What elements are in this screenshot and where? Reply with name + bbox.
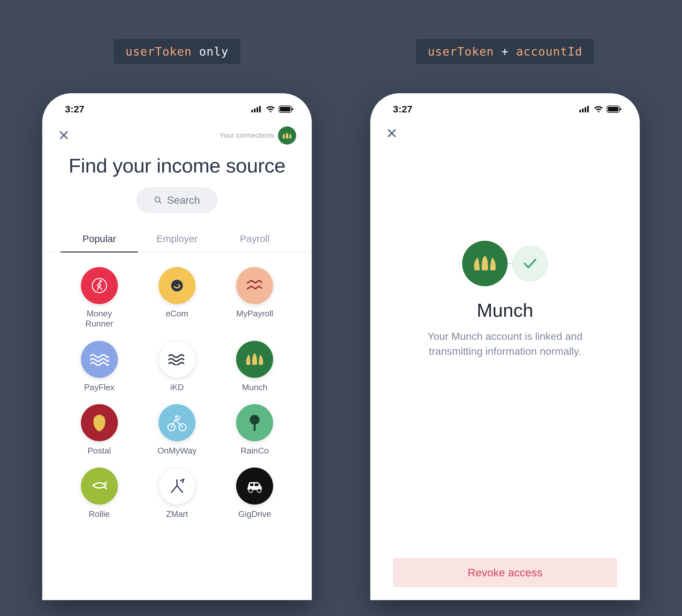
status-time: 3:27 (65, 104, 85, 115)
svg-rect-5 (280, 107, 290, 111)
status-time: 3:27 (393, 104, 412, 115)
linked-icons (462, 241, 548, 286)
svg-line-8 (159, 201, 162, 203)
svg-rect-0 (251, 110, 253, 112)
svg-point-15 (250, 415, 259, 425)
search-placeholder: Search (167, 194, 200, 206)
tab-employer[interactable]: Employer (138, 226, 215, 252)
close-icon[interactable]: ✕ (58, 128, 70, 142)
label-suffix: only (191, 45, 228, 58)
battery-icon (607, 106, 621, 113)
source-label: PayFlex (84, 382, 115, 393)
source-label: Munch (242, 382, 267, 393)
munch-badge-icon (278, 126, 296, 145)
status-bar: 3:27 (42, 93, 312, 119)
ecom-icon (158, 267, 196, 304)
svg-point-14 (175, 415, 178, 418)
wifi-icon (266, 106, 275, 113)
token-text: userToken (126, 45, 191, 58)
source-payflex[interactable]: PayFlex (61, 341, 138, 393)
phone-frame-left: 3:27 ✕ Your connections (42, 93, 312, 600)
source-label: OnMyWay (158, 446, 197, 456)
linked-description: Your Munch account is linked and transmi… (404, 329, 606, 359)
page-title: Find your income source (42, 147, 312, 187)
payflex-icon (81, 341, 118, 378)
status-bar: 3:27 (370, 93, 640, 119)
connections-label: Your connections (220, 131, 274, 140)
svg-rect-1 (254, 109, 256, 112)
revoke-access-button[interactable]: Revoke access (393, 558, 617, 587)
ikd-icon (158, 341, 196, 378)
onmyway-icon (158, 404, 196, 441)
source-mypayroll[interactable]: MyPayroll (216, 267, 294, 329)
source-grid: Money Runner eCom MyPayroll (42, 253, 312, 519)
gigdrive-icon (236, 467, 273, 505)
battery-icon (279, 106, 294, 113)
svg-rect-19 (250, 483, 253, 486)
status-icons (579, 106, 621, 113)
postal-icon (81, 404, 118, 441)
plus-text: + (494, 45, 516, 58)
account-text: accountId (516, 45, 582, 58)
mypayroll-icon (236, 267, 273, 304)
source-money-runner[interactable]: Money Runner (61, 267, 138, 329)
source-munch[interactable]: Munch (216, 341, 294, 393)
svg-point-9 (92, 279, 107, 293)
source-onmyway[interactable]: OnMyWay (138, 404, 215, 456)
close-icon[interactable]: ✕ (386, 126, 398, 141)
status-icons (251, 106, 294, 113)
svg-point-11 (171, 280, 183, 291)
linked-title: Munch (477, 299, 533, 321)
svg-rect-27 (620, 108, 621, 110)
search-input[interactable]: Search (136, 187, 218, 213)
source-label: eCom (166, 309, 188, 319)
source-postal[interactable]: Postal (61, 404, 138, 456)
token-text: userToken (428, 45, 494, 58)
zmart-icon (158, 467, 196, 505)
search-icon (154, 196, 162, 204)
svg-rect-20 (255, 483, 258, 486)
your-connections-link[interactable]: Your connections (220, 126, 296, 145)
source-label: Rollie (89, 509, 110, 519)
cellular-icon (579, 106, 590, 112)
source-ecom[interactable]: eCom (138, 267, 215, 329)
source-label: GigDrive (238, 509, 271, 519)
source-rainco[interactable]: RainCo (216, 404, 294, 456)
source-gigdrive[interactable]: GigDrive (216, 467, 294, 519)
runner-icon (81, 267, 118, 304)
svg-rect-24 (587, 106, 589, 112)
source-label: ZMart (166, 509, 188, 519)
svg-point-17 (249, 489, 253, 492)
munch-icon (236, 341, 273, 378)
svg-rect-6 (292, 108, 293, 110)
source-label: Postal (88, 446, 111, 456)
source-ikd[interactable]: iKD (138, 341, 215, 393)
source-label: RainCo (241, 446, 269, 456)
rollie-icon (81, 467, 118, 505)
tabs: Popular Employer Payroll (42, 226, 312, 253)
tab-popular[interactable]: Popular (61, 226, 138, 252)
svg-rect-26 (608, 107, 618, 111)
svg-point-10 (99, 280, 101, 283)
munch-badge-icon (462, 241, 507, 286)
wifi-icon (594, 106, 604, 113)
svg-rect-16 (254, 424, 256, 431)
source-label: Money Runner (75, 309, 124, 329)
phone-frame-right: 3:27 ✕ (370, 93, 640, 600)
source-label: MyPayroll (236, 309, 273, 319)
source-zmart[interactable]: ZMart (138, 467, 215, 519)
svg-rect-21 (579, 110, 581, 112)
cellular-icon (251, 106, 263, 112)
tab-payroll[interactable]: Payroll (216, 226, 294, 252)
source-rollie[interactable]: Rollie (61, 467, 138, 519)
right-label: userToken + accountId (416, 39, 594, 64)
rainco-icon (236, 404, 273, 441)
check-icon (512, 246, 548, 281)
svg-rect-3 (259, 106, 261, 112)
svg-rect-22 (582, 109, 584, 112)
left-label: userToken only (114, 39, 240, 64)
svg-rect-2 (256, 107, 258, 112)
svg-rect-23 (585, 107, 586, 112)
source-label: iKD (170, 382, 184, 393)
svg-point-18 (257, 489, 261, 492)
